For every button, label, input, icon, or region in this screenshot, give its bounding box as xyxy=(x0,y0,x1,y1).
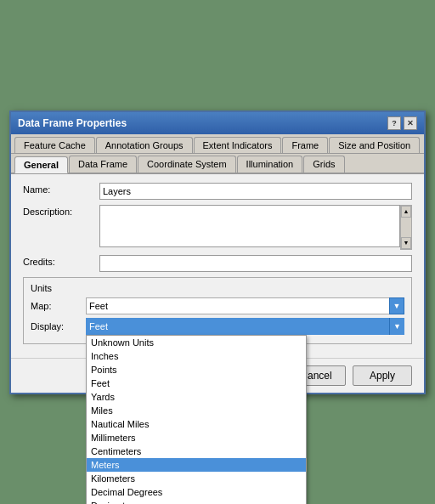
dropdown-item-yards[interactable]: Yards xyxy=(87,390,306,404)
display-dropdown-arrow[interactable]: ▼ xyxy=(389,318,404,335)
credits-input[interactable] xyxy=(99,255,412,272)
tab-extent-indicators[interactable]: Extent Indicators xyxy=(194,137,282,153)
description-wrapper: ▲ ▼ xyxy=(99,205,412,250)
dropdown-item-feet[interactable]: Feet xyxy=(87,377,306,390)
tab-feature-cache[interactable]: Feature Cache xyxy=(14,137,95,153)
dialog-body: Name: Description: ▲ ▼ Credits: Units xyxy=(11,174,424,358)
dialog-window: Data Frame Properties ? ✕ Feature Cache … xyxy=(9,110,426,394)
dropdown-item-centimeters[interactable]: Centimeters xyxy=(87,445,306,458)
map-label: Map: xyxy=(31,301,86,311)
tab-size-position[interactable]: Size and Position xyxy=(329,137,420,153)
dropdown-item-decimeters[interactable]: Decimeters xyxy=(87,499,306,505)
name-input[interactable] xyxy=(99,183,412,200)
tab-coordinate-system[interactable]: Coordinate System xyxy=(138,156,236,173)
display-dropdown-container: Feet ▼ Unknown Units Inches Points Feet … xyxy=(86,318,404,335)
apply-button[interactable]: Apply xyxy=(353,365,412,386)
dropdown-item-millimeters[interactable]: Millimeters xyxy=(87,431,306,445)
dropdown-item-meters[interactable]: Meters xyxy=(87,458,306,472)
description-scrollbar[interactable]: ▲ ▼ xyxy=(400,205,412,250)
title-bar-buttons: ? ✕ xyxy=(387,116,417,130)
tab-general[interactable]: General xyxy=(14,156,68,173)
map-select-wrapper: Feet ▼ xyxy=(86,297,404,314)
tab-annotation-groups[interactable]: Annotation Groups xyxy=(96,137,193,153)
close-button[interactable]: ✕ xyxy=(404,116,417,130)
display-selected-value: Feet xyxy=(89,321,108,331)
units-group: Units Map: Feet ▼ Display: Feet ▼ xyxy=(23,277,412,344)
tab-grids[interactable]: Grids xyxy=(303,156,344,173)
tab-row-top: Feature Cache Annotation Groups Extent I… xyxy=(11,134,424,154)
dropdown-item-nautical-miles[interactable]: Nautical Miles xyxy=(87,417,306,431)
display-select-row: Display: Feet ▼ Unknown Units Inches Poi… xyxy=(31,318,404,335)
scroll-thumb xyxy=(401,218,411,237)
display-dropdown-list: Unknown Units Inches Points Feet Yards M… xyxy=(86,335,307,505)
display-dropdown-input[interactable]: Feet ▼ xyxy=(86,318,404,335)
dropdown-item-points[interactable]: Points xyxy=(87,363,306,377)
dropdown-item-inches[interactable]: Inches xyxy=(87,349,306,363)
description-row: Description: ▲ ▼ xyxy=(23,205,412,250)
scroll-down-arrow[interactable]: ▼ xyxy=(401,237,411,249)
credits-label: Credits: xyxy=(23,255,99,267)
tab-frame[interactable]: Frame xyxy=(282,137,328,153)
name-label: Name: xyxy=(23,183,99,195)
scroll-up-arrow[interactable]: ▲ xyxy=(401,206,411,218)
name-row: Name: xyxy=(23,183,412,200)
dropdown-item-unknown-units[interactable]: Unknown Units xyxy=(87,336,306,349)
dialog-title: Data Frame Properties xyxy=(18,117,127,129)
tab-illumination[interactable]: Illumination xyxy=(237,156,303,173)
tab-data-frame[interactable]: Data Frame xyxy=(69,156,137,173)
dropdown-item-decimal-degrees[interactable]: Decimal Degrees xyxy=(87,485,306,499)
credits-row: Credits: xyxy=(23,255,412,272)
map-select[interactable]: Feet xyxy=(86,297,404,314)
dropdown-item-miles[interactable]: Miles xyxy=(87,404,306,417)
dropdown-item-kilometers[interactable]: Kilometers xyxy=(87,472,306,485)
units-title: Units xyxy=(31,283,404,293)
description-textarea[interactable] xyxy=(99,205,400,247)
help-button[interactable]: ? xyxy=(387,116,401,130)
title-bar: Data Frame Properties ? ✕ xyxy=(11,112,424,134)
display-label: Display: xyxy=(31,321,86,331)
tab-row-bottom: General Data Frame Coordinate System Ill… xyxy=(11,154,424,174)
description-label: Description: xyxy=(23,205,99,217)
map-select-row: Map: Feet ▼ xyxy=(31,297,404,314)
